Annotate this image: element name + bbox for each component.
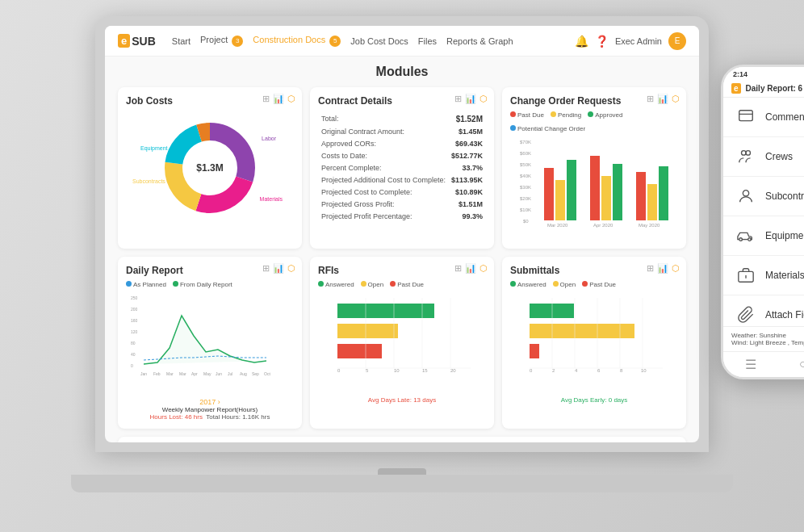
svg-text:$30K: $30K [520, 185, 531, 190]
contract-value: $1.45M [450, 126, 484, 136]
pie-chart-icon[interactable]: ⬡ [287, 94, 295, 104]
construction-badge: 5 [329, 36, 341, 47]
nav-reports[interactable]: Reports & Graph [446, 36, 513, 46]
contract-value: $1.51M [450, 199, 484, 209]
submittals-icons: ⊞ 📊 ⬡ [647, 263, 680, 274]
project-badge: 3 [232, 36, 243, 47]
sub-open-legend: Open [553, 281, 576, 288]
job-costs-icons: ⊞ 📊 ⬡ [262, 94, 295, 104]
pie-chart-icon5[interactable]: ⬡ [479, 263, 488, 274]
phone-menu-materials[interactable]: Materials [723, 256, 804, 295]
table-row: Percent Complete: 33.7% [320, 162, 484, 173]
svg-text:15: 15 [422, 368, 428, 373]
phone-menu-subcontractors[interactable]: Subcontractors [723, 177, 804, 216]
svg-text:$10K: $10K [520, 207, 531, 212]
grid-icon[interactable]: ⊞ [262, 94, 270, 104]
svg-text:May 2020: May 2020 [639, 223, 660, 228]
change-order-legend: Past Due Pending Approved Potential Chan… [510, 111, 678, 132]
svg-text:Apr 2020: Apr 2020 [593, 223, 613, 228]
bar-chart-icon[interactable]: 📊 [273, 94, 284, 104]
phone-menu-comments[interactable]: Comments [723, 98, 804, 137]
nav-files[interactable]: Files [418, 36, 437, 46]
submittals-bar-svg: 0 2 4 6 8 10 [510, 291, 678, 380]
svg-text:200: 200 [131, 307, 138, 312]
svg-text:40: 40 [131, 352, 136, 357]
phone-menu-equipment[interactable]: Equipment [723, 216, 804, 256]
svg-rect-17 [590, 156, 600, 220]
nav-project[interactable]: Project 3 [200, 35, 243, 47]
pie-chart-icon6[interactable]: ⬡ [672, 263, 680, 274]
bar-chart-icon4[interactable]: 📊 [273, 263, 284, 274]
sub-answered-legend: Answered [510, 281, 546, 288]
svg-text:80: 80 [131, 341, 136, 346]
nav-job-cost-docs[interactable]: Job Cost Docs [350, 36, 408, 46]
svg-point-76 [743, 191, 748, 196]
svg-text:Jul: Jul [228, 371, 232, 376]
phone-footer: Weather: SunshineWind: Light Breeze , Te… [723, 326, 804, 351]
pending-legend: Pending [551, 111, 581, 119]
bar-chart-icon2[interactable]: 📊 [465, 94, 476, 104]
grid-icon2[interactable]: ⊞ [454, 94, 462, 104]
bar-chart-icon6[interactable]: 📊 [657, 263, 668, 274]
rfis-card: RFIs ⊞ 📊 ⬡ Answered Open Past Due [310, 257, 494, 429]
svg-rect-46 [337, 344, 382, 358]
grid-icon5[interactable]: ⊞ [454, 263, 462, 274]
materials-label: Materials [260, 196, 283, 202]
contract-label: Projected Cost to Complete: [320, 186, 448, 197]
nav-start[interactable]: Start [172, 36, 191, 46]
main-content: Modules Job Costs ⊞ 📊 ⬡ [105, 57, 699, 442]
contract-value: $10.89K [450, 186, 484, 197]
contract-label: Projected Additional Cost to Complete: [320, 174, 448, 185]
contract-label: Approved CORs: [320, 138, 448, 149]
equipment-icon [735, 224, 757, 247]
contract-label: Costs to Date: [320, 150, 448, 161]
phone-menu-crews[interactable]: Crews [723, 137, 804, 177]
svg-text:20: 20 [450, 368, 456, 373]
avatar[interactable]: E [668, 32, 686, 50]
svg-rect-20 [636, 172, 646, 220]
nav-construction-docs[interactable]: Construction Docs 5 [253, 35, 341, 47]
pie-chart-icon3[interactable]: ⬡ [672, 94, 680, 104]
contract-label: Total: [320, 113, 448, 124]
pie-chart-icon2[interactable]: ⬡ [479, 94, 488, 104]
bar-chart-icon5[interactable]: 📊 [465, 263, 476, 274]
bar-chart-icon3[interactable]: 📊 [657, 94, 668, 104]
contract-value: $1.52M [450, 113, 484, 124]
help-icon[interactable]: ❓ [595, 35, 609, 48]
svg-text:10: 10 [394, 368, 400, 373]
rfis-open-legend: Open [361, 281, 384, 288]
grid-icon6[interactable]: ⊞ [647, 263, 654, 274]
modules-title: Modules [118, 65, 686, 79]
milestones-card: Milestones May, 7 [118, 437, 686, 442]
table-row: Approved CORs: $69.43K [320, 138, 484, 149]
contract-icons: ⊞ 📊 ⬡ [454, 94, 488, 104]
potential-legend: Potential Change Order [510, 125, 585, 132]
svg-rect-59 [530, 344, 539, 358]
materials-label-phone: Materials [765, 270, 804, 281]
phone-menu-attach[interactable]: Attach Field Notes [723, 295, 804, 326]
contract-label: Percent Complete: [320, 162, 448, 173]
svg-rect-19 [613, 164, 622, 220]
change-order-card: Change Order Requests ⊞ 📊 ⬡ Past Due Pen… [502, 87, 686, 249]
svg-rect-58 [530, 324, 634, 338]
phone-nav-menu[interactable]: ☰ [745, 357, 756, 372]
grid-icon3[interactable]: ⊞ [647, 94, 654, 104]
bell-icon[interactable]: 🔔 [575, 35, 588, 48]
svg-text:$60K: $60K [520, 151, 531, 156]
daily-report-card: Daily Report ⊞ 📊 ⬡ As Planned From Daily… [118, 257, 302, 429]
svg-text:Jan: Jan [140, 371, 147, 376]
daily-report-chart: 250 200 160 120 80 40 0 [126, 291, 294, 396]
phone-status-bar: 2:14 78% [723, 67, 804, 80]
svg-rect-16 [567, 160, 576, 220]
subcontractors-icon [735, 185, 757, 207]
daily-report-line-svg: 250 200 160 120 80 40 0 [126, 291, 294, 380]
svg-rect-45 [337, 324, 398, 338]
grid-icon4[interactable]: ⊞ [262, 263, 270, 274]
pie-chart-icon4[interactable]: ⬡ [287, 263, 295, 274]
svg-rect-21 [647, 184, 657, 220]
donut-center-value: $1.3M [196, 162, 223, 174]
table-row: Projected Profit Percentage: 99.3% [320, 211, 484, 221]
exec-admin-label: Exec Admin [615, 36, 662, 46]
svg-text:10: 10 [641, 368, 647, 373]
phone-nav-home[interactable]: ○ [799, 357, 804, 372]
